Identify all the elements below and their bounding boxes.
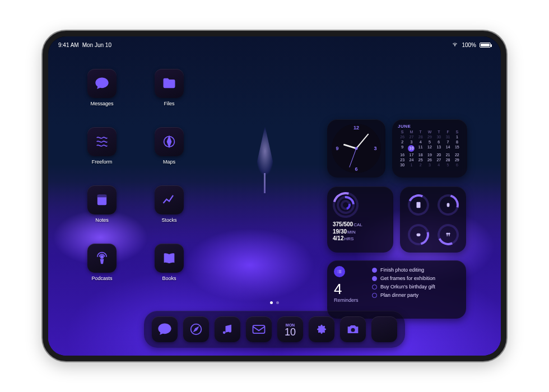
reminder-item[interactable]: Finish photo editing bbox=[372, 267, 435, 273]
app-label: Stocks bbox=[161, 217, 176, 223]
reminder-item[interactable]: Plan dinner party bbox=[372, 292, 435, 298]
fitness-widget[interactable]: 375/500CAL 19/30MIN 4/12HRS bbox=[327, 186, 393, 253]
app-label: Notes bbox=[95, 217, 109, 223]
dock-messages[interactable] bbox=[152, 316, 178, 342]
svg-point-9 bbox=[448, 232, 450, 235]
page-indicator[interactable] bbox=[270, 301, 279, 304]
messages-icon bbox=[152, 316, 178, 342]
calendar-widget[interactable]: JUNE SMTWTFS 262728293031123456789101112… bbox=[392, 119, 467, 178]
clock-num-9: 9 bbox=[333, 146, 342, 151]
wifi-icon bbox=[452, 41, 458, 49]
safari-icon bbox=[183, 316, 209, 342]
reminder-item[interactable]: Buy Orkun's birthday gift bbox=[372, 284, 435, 290]
maps-icon bbox=[155, 127, 184, 156]
stocks-icon bbox=[155, 185, 184, 214]
activity-rings-icon bbox=[333, 192, 359, 218]
clock-num-3: 3 bbox=[371, 146, 380, 151]
freeform-icon bbox=[87, 127, 117, 156]
calendar-month: JUNE bbox=[398, 124, 462, 129]
battery-device-airpods-case bbox=[406, 222, 431, 247]
status-time: 9:41 AM bbox=[58, 42, 79, 48]
reminder-checkbox[interactable] bbox=[372, 268, 377, 273]
battery-device-airpods bbox=[435, 222, 460, 247]
reminder-item[interactable]: Get frames for exhibition bbox=[372, 276, 435, 281]
app-freeform[interactable]: Freeform bbox=[75, 127, 129, 181]
dock: MON10 bbox=[144, 311, 405, 348]
app-label: Freeform bbox=[92, 159, 113, 165]
calendar-icon: MON10 bbox=[277, 316, 303, 342]
app-library-icon bbox=[371, 316, 397, 342]
battery-device-ipad bbox=[406, 192, 431, 217]
reminders-list: Finish photo editingGet frames for exhib… bbox=[372, 266, 435, 313]
clock-face: 12 3 6 9 bbox=[332, 124, 381, 173]
app-stocks[interactable]: Stocks bbox=[142, 185, 196, 239]
files-icon bbox=[155, 69, 184, 98]
reminder-checkbox[interactable] bbox=[372, 284, 377, 290]
app-label: Podcasts bbox=[91, 276, 112, 281]
reminder-text: Finish photo editing bbox=[380, 267, 424, 273]
dock-music[interactable] bbox=[215, 316, 240, 342]
app-label: Files bbox=[164, 101, 174, 106]
svg-point-17 bbox=[351, 328, 355, 332]
clock-second-hand bbox=[349, 148, 356, 167]
app-label: Books bbox=[162, 276, 176, 281]
dock-photos[interactable] bbox=[309, 316, 334, 342]
battery-icon bbox=[480, 43, 491, 48]
calendar-body: 2627282930311234567891011121314151617181… bbox=[398, 135, 462, 167]
dock-mail[interactable] bbox=[246, 316, 272, 342]
svg-rect-2 bbox=[97, 195, 106, 198]
reminders-icon bbox=[334, 266, 345, 277]
app-books[interactable]: Books bbox=[142, 244, 196, 297]
app-maps[interactable]: Maps bbox=[142, 127, 196, 181]
dock-safari[interactable] bbox=[183, 316, 209, 342]
status-bar: 9:41 AM Mon Jun 10 100% bbox=[48, 40, 501, 50]
dock-camera[interactable] bbox=[340, 316, 366, 342]
svg-point-3 bbox=[101, 255, 104, 258]
ipad-device-frame: 9:41 AM Mon Jun 10 100% Messages bbox=[43, 31, 506, 361]
music-icon bbox=[215, 316, 240, 342]
clock-num-12: 12 bbox=[352, 125, 361, 130]
reminder-text: Buy Orkun's birthday gift bbox=[380, 284, 435, 290]
app-files[interactable]: Files bbox=[142, 69, 196, 123]
books-icon bbox=[155, 244, 184, 273]
svg-rect-4 bbox=[416, 202, 420, 208]
camera-icon bbox=[340, 316, 366, 342]
clock-widget[interactable]: 12 3 6 9 bbox=[327, 119, 385, 178]
mail-icon bbox=[246, 316, 272, 342]
reminders-widget[interactable]: 4 Reminders Finish photo editingGet fram… bbox=[327, 260, 466, 319]
clock-minute-hand bbox=[356, 133, 369, 148]
dock-calendar[interactable]: MON10 bbox=[277, 316, 303, 342]
svg-rect-6 bbox=[416, 233, 420, 236]
battery-percent: 100% bbox=[462, 42, 476, 48]
podcasts-icon bbox=[87, 244, 117, 273]
app-messages[interactable]: Messages bbox=[75, 69, 129, 123]
messages-icon bbox=[87, 69, 117, 98]
calendar-dow-row: SMTWTFS bbox=[398, 130, 462, 134]
app-notes[interactable]: Notes bbox=[75, 185, 129, 239]
svg-point-7 bbox=[446, 232, 448, 235]
reminders-title: Reminders bbox=[334, 297, 359, 303]
reminder-text: Plan dinner party bbox=[380, 292, 418, 298]
svg-rect-12 bbox=[253, 325, 265, 333]
reminder-checkbox[interactable] bbox=[372, 293, 377, 298]
reminder-text: Get frames for exhibition bbox=[380, 276, 435, 281]
clock-num-6: 6 bbox=[352, 166, 361, 172]
svg-rect-5 bbox=[446, 203, 449, 207]
fitness-min: 19/30MIN bbox=[333, 228, 388, 236]
batteries-widget[interactable] bbox=[400, 186, 466, 253]
app-grid: Messages Files Freeform Maps Notes bbox=[75, 69, 196, 297]
photos-icon bbox=[309, 316, 334, 342]
app-label: Messages bbox=[90, 101, 113, 106]
reminder-checkbox[interactable] bbox=[372, 276, 377, 281]
reminders-count: 4 bbox=[334, 282, 342, 296]
fitness-hrs: 4/12HRS bbox=[333, 235, 388, 242]
fitness-cal: 375/500CAL bbox=[333, 221, 388, 228]
notes-icon bbox=[87, 185, 117, 214]
home-screen[interactable]: 9:41 AM Mon Jun 10 100% Messages bbox=[48, 36, 501, 356]
app-label: Maps bbox=[163, 159, 175, 165]
app-podcasts[interactable]: Podcasts bbox=[75, 244, 129, 297]
dock-app-library[interactable] bbox=[371, 316, 397, 342]
clock-pin bbox=[355, 147, 358, 150]
status-date: Mon Jun 10 bbox=[82, 42, 111, 48]
battery-device-watch bbox=[435, 192, 460, 217]
